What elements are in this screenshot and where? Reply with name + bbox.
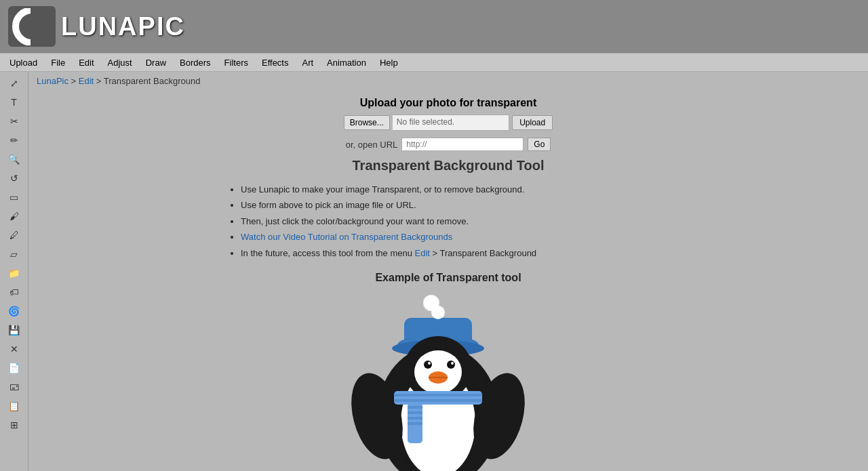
- sidebar-rotate-icon[interactable]: ↺: [3, 169, 26, 187]
- svg-rect-27: [408, 417, 422, 419]
- logo-text: LUNAPIC: [61, 12, 185, 41]
- nav-animation[interactable]: Animation: [320, 55, 373, 70]
- nav-draw[interactable]: Draw: [139, 55, 173, 70]
- sidebar-eraser-icon[interactable]: ▱: [3, 245, 26, 263]
- sidebar-eyedropper-icon[interactable]: 🖊: [3, 226, 26, 244]
- nav-adjust[interactable]: Adjust: [101, 55, 139, 70]
- url-section: or, open URL Go: [28, 138, 868, 151]
- svg-point-17: [447, 361, 455, 369]
- go-button[interactable]: Go: [528, 138, 551, 151]
- penguin-svg: [313, 291, 584, 471]
- svg-point-10: [431, 306, 445, 319]
- browse-button[interactable]: Browse...: [344, 115, 390, 130]
- nav-borders[interactable]: Borders: [173, 55, 218, 70]
- nav-upload[interactable]: Upload: [3, 55, 44, 70]
- sidebar-scissors-icon[interactable]: ✂: [3, 112, 26, 130]
- svg-rect-26: [408, 411, 422, 414]
- tool-list: Use Lunapic to make your image Transpare…: [224, 182, 672, 261]
- svg-rect-21: [394, 391, 482, 405]
- content-area: LunaPic > Edit > Transparent Background …: [28, 72, 868, 471]
- sidebar-copy-icon[interactable]: 📋: [3, 397, 26, 415]
- navbar: Upload File Edit Adjust Draw Borders Fil…: [0, 53, 868, 72]
- sidebar-folder-icon[interactable]: 📁: [3, 264, 26, 282]
- sidebar-move-icon[interactable]: ⤢: [3, 75, 26, 92]
- list-item-video: Watch our Video Tutorial on Transparent …: [241, 229, 672, 245]
- list-item: Use Lunapic to make your image Transpare…: [241, 182, 672, 197]
- svg-point-14: [424, 361, 432, 369]
- tool-section: Transparent Background Tool Use Lunapic …: [211, 158, 686, 261]
- svg-rect-23: [394, 399, 482, 402]
- file-selected-display: No file selected.: [393, 115, 509, 131]
- nav-edit[interactable]: Edit: [72, 55, 100, 70]
- nav-help[interactable]: Help: [373, 55, 405, 70]
- breadcrumb: LunaPic > Edit > Transparent Background: [28, 72, 868, 90]
- nav-filters[interactable]: Filters: [218, 55, 255, 70]
- svg-point-18: [451, 362, 454, 365]
- main-layout: ⤢ T ✂ ✏ 🔍 ↺ ▭ 🖌 🖊 ▱ 📁 🏷 🌀 💾 ✕ 📄 🖃 📋 ⊞ Lu…: [0, 72, 868, 471]
- sidebar-close-icon[interactable]: ✕: [3, 340, 26, 358]
- tool-title: Transparent Background Tool: [224, 158, 672, 173]
- svg-rect-25: [408, 406, 422, 409]
- sidebar: ⤢ T ✂ ✏ 🔍 ↺ ▭ 🖌 🖊 ▱ 📁 🏷 🌀 💾 ✕ 📄 🖃 📋 ⊞: [0, 72, 28, 471]
- upload-section: Upload your photo for transparent Browse…: [28, 97, 868, 131]
- svg-point-15: [428, 362, 431, 365]
- upload-title: Upload your photo for transparent: [28, 97, 868, 109]
- edit-menu-link[interactable]: Edit: [415, 248, 430, 258]
- sidebar-pencil-icon[interactable]: ✏: [3, 131, 26, 149]
- svg-rect-28: [408, 422, 422, 425]
- nav-art[interactable]: Art: [295, 55, 320, 70]
- upload-button[interactable]: Upload: [512, 115, 553, 130]
- logo-image: LUNAPIC: [8, 6, 218, 47]
- breadcrumb-current: Transparent Background: [104, 76, 201, 86]
- example-title: Example of Transparent tool: [28, 272, 868, 284]
- url-input[interactable]: [401, 138, 524, 151]
- breadcrumb-sep1: >: [68, 76, 79, 86]
- svg-rect-22: [394, 394, 482, 396]
- header: LUNAPIC: [0, 0, 868, 53]
- sidebar-swirl-icon[interactable]: 🌀: [3, 302, 26, 320]
- sidebar-zoom-icon[interactable]: 🔍: [3, 150, 26, 168]
- breadcrumb-home-link[interactable]: LunaPic: [37, 76, 68, 86]
- svg-rect-1: [31, 8, 52, 45]
- list-item: Use form above to pick an image file or …: [241, 197, 672, 213]
- sidebar-brush-icon[interactable]: 🖌: [3, 207, 26, 225]
- list-item-future: In the future, access this tool from the…: [241, 245, 672, 261]
- logo-icon: [8, 6, 56, 47]
- sidebar-tag-icon[interactable]: 🏷: [3, 283, 26, 301]
- logo-box: LUNAPIC: [0, 0, 227, 53]
- sidebar-text-icon[interactable]: T: [3, 94, 26, 111]
- breadcrumb-edit-link[interactable]: Edit: [79, 76, 94, 86]
- url-label: or, open URL: [346, 140, 398, 150]
- sidebar-rectangle-icon[interactable]: ▭: [3, 188, 26, 206]
- list-item: Then, just click the color/background yo…: [241, 213, 672, 229]
- upload-form: Browse... No file selected. Upload: [28, 115, 868, 131]
- sidebar-save-icon[interactable]: 💾: [3, 321, 26, 339]
- nav-effects[interactable]: Effects: [255, 55, 296, 70]
- breadcrumb-sep2: >: [94, 76, 104, 86]
- penguin-image: [313, 291, 584, 467]
- example-section: Example of Transparent tool: [28, 272, 868, 467]
- sidebar-layers-icon[interactable]: ⊞: [3, 416, 26, 434]
- nav-file[interactable]: File: [44, 55, 72, 70]
- sidebar-stamp-icon[interactable]: 🖃: [3, 378, 26, 396]
- video-tutorial-link[interactable]: Watch our Video Tutorial on Transparent …: [241, 232, 452, 242]
- sidebar-document-icon[interactable]: 📄: [3, 359, 26, 377]
